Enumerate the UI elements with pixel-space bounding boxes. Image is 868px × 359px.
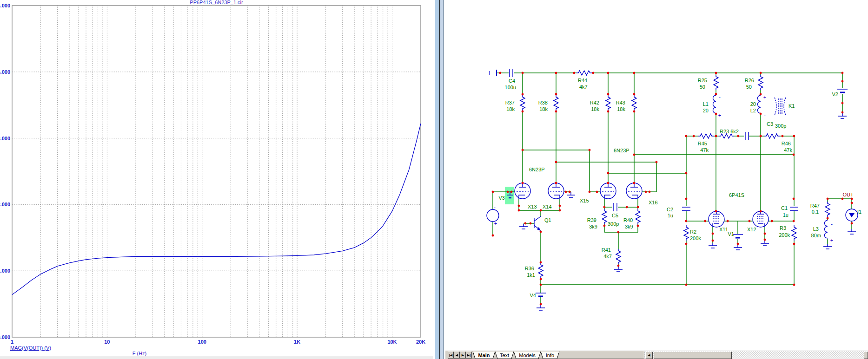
component-label-+-74[interactable]: + <box>830 237 833 243</box>
component-label-L3-63[interactable]: L3 <box>813 226 819 232</box>
component-label-20-18[interactable]: 20 <box>703 108 709 113</box>
tab-label-main[interactable]: Main <box>478 352 490 358</box>
component-label-R41-44[interactable]: R41 <box>602 247 611 253</box>
scroll-right-button[interactable] <box>864 352 868 359</box>
component-label-V2-24[interactable]: V2 <box>832 91 838 97</box>
scrollbar-thumb[interactable] <box>654 352 732 359</box>
vcr-button-0[interactable]: |◀ <box>448 352 454 359</box>
component-label-80m-64[interactable]: 80m <box>811 233 821 238</box>
component-label-18k-8[interactable]: 18k <box>539 106 548 112</box>
tab-label-text[interactable]: Text <box>500 352 509 358</box>
component-label-X12-56[interactable]: X12 <box>747 227 756 232</box>
scroll-left-button[interactable]: ◀ <box>645 352 653 359</box>
component-label-200k-60[interactable]: 200k <box>779 232 790 238</box>
component-label-3k9-39[interactable]: 3k9 <box>589 224 597 229</box>
component-label-C4-1[interactable]: C4 <box>509 78 515 84</box>
component-label-Q1-37[interactable]: Q1 <box>544 217 551 223</box>
component-label-I1-66[interactable]: I1 <box>857 209 861 215</box>
resistor-R38 <box>554 95 558 111</box>
component-label-0.1-62[interactable]: 0.1 <box>812 209 819 215</box>
component-label-6P41S-53[interactable]: 6P41S <box>729 192 744 198</box>
component-label-R40-42[interactable]: R40 <box>623 217 633 223</box>
component-label-300p-23[interactable]: 300p <box>775 123 786 129</box>
component-label-47k-29[interactable]: 47k <box>784 147 792 153</box>
panel-splitter-band[interactable] <box>435 0 439 359</box>
component-label-X13-32[interactable]: X13 <box>528 204 537 209</box>
vcr-button-2[interactable]: ▶ <box>460 352 466 359</box>
component-label-50-14[interactable]: 50 <box>700 84 705 90</box>
component-label---67[interactable]: - <box>494 204 496 210</box>
plot-title: PP6P41S_6N23P_1.cir <box>190 0 243 5</box>
horizontal-scrollbar[interactable]: ◀ <box>644 351 868 359</box>
vcr-button-3[interactable]: ▶| <box>466 352 472 359</box>
component-label-R2-51[interactable]: R2 <box>690 229 696 235</box>
component-label-+-70[interactable]: + <box>718 112 721 118</box>
component-label-I-0[interactable]: I <box>489 70 490 76</box>
component-label-6N23P-30[interactable]: 6N23P <box>529 167 545 172</box>
microcap-window: PP6P41S_6N23P_1.cir0.0001.0002.0003.0004… <box>0 0 868 359</box>
component-label-18k-10[interactable]: 18k <box>591 106 599 112</box>
component-label-300p-41[interactable]: 300p <box>608 221 619 227</box>
ground-icon <box>838 113 847 118</box>
resistor-R25 <box>714 75 718 90</box>
component-label-V4-48[interactable]: V4 <box>530 293 536 298</box>
component-label-X14-33[interactable]: X14 <box>543 204 552 209</box>
component-label-R3-59[interactable]: R3 <box>780 225 786 231</box>
component-label-1u-50[interactable]: 1u <box>668 213 673 218</box>
capacitor-C3 <box>745 132 749 140</box>
component-label-R36-46[interactable]: R36 <box>525 266 534 271</box>
component-label-R39-38[interactable]: R39 <box>587 217 596 223</box>
component-label-18k-12[interactable]: 18k <box>617 106 625 112</box>
tab-label-models[interactable]: Models <box>519 352 536 358</box>
component-label-X15-34[interactable]: X15 <box>580 198 589 203</box>
component-label-R44-3[interactable]: R44 <box>578 78 587 83</box>
resistor-R41 <box>616 249 621 264</box>
component-label-47k-27[interactable]: 47k <box>700 147 709 153</box>
component-label-C3-22[interactable]: C3 <box>767 121 773 127</box>
component-label-R23-6k2-25[interactable]: R23 6k2 <box>720 129 739 134</box>
waveform-label-link[interactable]: MAG(V(OUT)) (V) <box>10 345 51 351</box>
component-label-R45-26[interactable]: R45 <box>698 141 707 146</box>
component-label-L2-20[interactable]: L2 <box>750 108 756 113</box>
component-label-C1-57[interactable]: C1 <box>781 205 788 211</box>
component-label-K1-21[interactable]: K1 <box>788 103 795 109</box>
component-label-4k7-45[interactable]: 4k7 <box>603 254 612 259</box>
component-label-4k7-4[interactable]: 4k7 <box>579 84 588 90</box>
component-label-R25-13[interactable]: R25 <box>698 78 707 83</box>
component-label-R46-28[interactable]: R46 <box>782 141 791 146</box>
x-tick-label: 1 <box>11 339 13 345</box>
component-label-200k-52[interactable]: 200k <box>690 235 701 241</box>
component-label-6N23P-31[interactable]: 6N23P <box>614 148 629 153</box>
schematic-canvas[interactable]: IC4100uR444k7R3718kR3818kR4218kR4318kR25… <box>445 0 868 351</box>
component-label---69[interactable]: - <box>719 94 721 100</box>
component-label-R38-7[interactable]: R38 <box>538 100 548 105</box>
component-label-OUT-65[interactable]: OUT <box>842 192 854 197</box>
component-label-X11-54[interactable]: X11 <box>719 227 728 232</box>
tab-label-info[interactable]: Info <box>546 352 554 358</box>
component-label-R43-11[interactable]: R43 <box>616 100 625 105</box>
component-label-R26-15[interactable]: R26 <box>745 78 754 83</box>
component-label-R47-61[interactable]: R47 <box>810 203 820 209</box>
component-label-1k1-47[interactable]: 1k1 <box>527 272 535 278</box>
component-label-+-68[interactable]: + <box>494 221 497 226</box>
component-label-1u-58[interactable]: 1u <box>783 212 788 218</box>
component-label-20-19[interactable]: 20 <box>750 101 756 107</box>
component-label-X16-35[interactable]: X16 <box>649 200 658 205</box>
component-label-C2-49[interactable]: C2 <box>667 207 673 212</box>
component-label-R42-9[interactable]: R42 <box>590 100 599 105</box>
ground-icon <box>734 245 742 250</box>
component-label-L1-17[interactable]: L1 <box>703 101 709 107</box>
component-label-18k-6[interactable]: 18k <box>506 106 515 112</box>
component-label-V3-36[interactable]: V3 <box>499 195 505 201</box>
component-label-+-71[interactable]: + <box>763 94 766 100</box>
component-label-C5-40[interactable]: C5 <box>612 213 618 218</box>
component-label---73[interactable]: - <box>831 221 833 227</box>
component-label-50-16[interactable]: 50 <box>746 84 752 90</box>
component-label---72[interactable]: - <box>764 112 766 118</box>
component-label-100u-2[interactable]: 100u <box>505 85 516 90</box>
component-label-3k9-43[interactable]: 3k9 <box>625 224 633 229</box>
component-label-R37-5[interactable]: R37 <box>505 100 515 105</box>
x-tick-label: 100 <box>198 339 206 345</box>
vcr-button-1[interactable]: ◀ <box>454 352 460 359</box>
component-label-V1-55[interactable]: V1 <box>728 231 734 237</box>
